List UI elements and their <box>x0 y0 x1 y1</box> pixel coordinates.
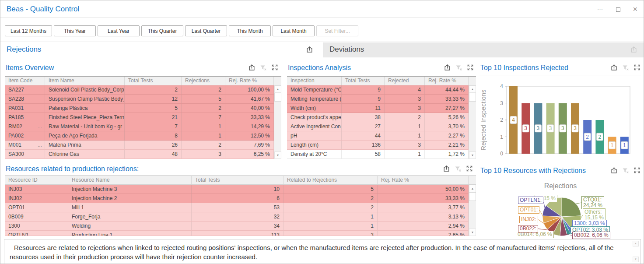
filter-button-last-quarter[interactable]: Last Quarter <box>185 25 227 36</box>
table-row[interactable]: Length (cm)13632,21 % <box>287 141 476 150</box>
clear-filter-icon[interactable] <box>259 64 267 72</box>
tab-rejections[interactable]: Rejections <box>0 42 323 57</box>
table-row[interactable]: 0B009Forge_Forja3213,13 % <box>5 212 476 222</box>
scroll-thumb[interactable] <box>469 192 476 201</box>
cell-rate: 12,50 % <box>225 131 274 140</box>
close-icon[interactable]: × <box>633 5 637 14</box>
cell-name: Density at 20°C <box>287 150 342 158</box>
column-header[interactable]: Item Name <box>45 77 125 85</box>
clear-filter-icon[interactable] <box>622 167 630 175</box>
expand-icon[interactable] <box>634 64 640 72</box>
pie-label-opt01: OPT01: <box>518 206 539 214</box>
cell-rate: 41,67 % <box>225 95 274 103</box>
scroll-down-icon[interactable]: ▼ <box>469 151 476 159</box>
maximize-icon[interactable] <box>616 6 620 13</box>
column-header[interactable]: Related to Rejections <box>284 176 378 184</box>
scrollbar[interactable]: ▲ ▼ <box>633 241 639 262</box>
column-header[interactable]: Rejected <box>385 77 425 85</box>
clear-filter-icon[interactable] <box>455 64 463 72</box>
scroll-up-icon[interactable]: ▲ <box>633 241 639 246</box>
pie-label-0b002: 0B002: 6,06 % <box>572 232 610 239</box>
expand-icon[interactable] <box>467 64 474 72</box>
filter-button-last-year[interactable]: Last Year <box>98 25 140 36</box>
scroll-thumb[interactable] <box>469 93 476 102</box>
scroll-down-icon[interactable]: ▼ <box>469 229 476 236</box>
clear-filter-icon[interactable] <box>622 64 630 72</box>
rejected-inspections-bar-chart: 01234Rejected Inspections4333332211 <box>480 76 641 162</box>
expand-icon[interactable] <box>271 64 278 72</box>
filter-button-last-12-months[interactable]: Last 12 Months <box>5 25 52 36</box>
table-row[interactable]: Check product's appea...3825,26 % <box>287 113 476 122</box>
column-header[interactable]: Rej. Rate % <box>425 77 469 85</box>
column-header[interactable]: Resource ID <box>5 176 68 184</box>
table-row[interactable]: Melting Temperature (°...9333,33 % <box>287 95 476 104</box>
filter-button-this-month[interactable]: This Month <box>229 25 271 36</box>
table-row[interactable]: M001...Materia Prima2627,69 % <box>5 141 281 150</box>
column-header[interactable]: Resource Name <box>68 176 192 184</box>
scroll-up-icon[interactable]: ▲ <box>469 185 476 192</box>
column-header[interactable]: Rej. Rate % <box>225 77 274 85</box>
scroll-thumb[interactable] <box>274 93 281 102</box>
table-row[interactable]: SA228Suspension Clamp Plastic Body_Cue..… <box>5 95 281 104</box>
table-row[interactable]: Active Ingredient Conc...2713,70 % <box>287 122 476 131</box>
filter-button-this-year[interactable]: This Year <box>54 25 96 36</box>
column-header[interactable]: Rejections <box>182 77 225 85</box>
table-row[interactable]: OPTLN1Production Line 111332,65 % <box>5 231 476 236</box>
column-header[interactable]: Rej. Rate % <box>378 176 469 184</box>
scrollbar[interactable]: ▲ ▼ <box>274 85 281 159</box>
svg-text:1: 1 <box>623 142 626 148</box>
table-row[interactable]: PA002Peça de Aço Forjada8112,50 % <box>5 131 281 141</box>
table-row[interactable]: pH4412,27 % <box>287 131 476 141</box>
export-icon[interactable] <box>443 165 450 173</box>
cell-name: Melting Temperature (°... <box>287 95 342 103</box>
cell-related: 3 <box>284 231 378 236</box>
cell-name: Raw Material - Unit bom Kg - gr <box>45 122 125 131</box>
scroll-down-icon[interactable]: ▼ <box>274 151 281 159</box>
table-row[interactable]: Density at 20°C5811,72 % <box>287 150 476 159</box>
top-resources-title: Top 10 Resources with Rejections <box>480 167 586 175</box>
table-row[interactable]: SA227Solenoid Coil Plastic Body_Corpo Pl… <box>5 85 281 95</box>
cell-rejections: 1 <box>182 122 225 131</box>
svg-text:3: 3 <box>574 125 577 131</box>
column-header[interactable]: Inspection <box>287 77 342 85</box>
table-row[interactable]: RM02...Raw Material - Unit bom Kg - gr71… <box>5 122 281 131</box>
cell-tests: 44 <box>342 131 385 140</box>
inspections-analysis-title: Inspections Analysis <box>288 64 351 72</box>
cell-code: PA002 <box>5 131 45 140</box>
table-row[interactable]: SA300Chlorine Gas4836,25 % <box>5 150 281 159</box>
export-icon[interactable] <box>610 167 618 175</box>
table-row[interactable]: INJ02Injection Machine 26233,33 % <box>5 194 476 203</box>
expand-icon[interactable] <box>634 167 640 175</box>
filter-button-last-month[interactable]: Last Month <box>273 25 315 36</box>
column-header[interactable]: Total Tests <box>125 77 182 85</box>
table-row[interactable]: 1300Welding3412,94 % <box>5 222 476 231</box>
export-icon[interactable] <box>444 64 451 72</box>
cell-tests: 12 <box>125 95 182 103</box>
cell-name: pH <box>287 131 342 140</box>
column-header[interactable]: Total Tests <box>342 77 385 85</box>
scroll-up-icon[interactable]: ▲ <box>274 85 281 93</box>
table-row[interactable]: Width (cm)11327,27 % <box>287 104 476 113</box>
scroll-up-icon[interactable]: ▲ <box>469 85 476 93</box>
export-icon[interactable] <box>610 64 618 72</box>
column-header[interactable]: Total Tests <box>192 176 284 184</box>
clear-filter-icon[interactable] <box>454 165 462 173</box>
window-menu-icon[interactable]: … <box>597 4 604 11</box>
expand-icon[interactable] <box>466 165 473 173</box>
table-row[interactable]: PA185Finished Steel Piece_Pieza Terminad… <box>5 113 281 122</box>
table-row[interactable]: Mold Temperature (°C)9444,44 % <box>287 85 476 95</box>
tab-deviations[interactable]: Deviations <box>323 42 644 57</box>
export-icon[interactable] <box>248 64 256 72</box>
column-header[interactable]: Item Code <box>5 77 45 85</box>
scroll-down-icon[interactable]: ▼ <box>633 257 639 262</box>
table-row[interactable]: OPT01Mill 15323,77 % <box>5 203 476 212</box>
export-icon[interactable] <box>306 46 313 55</box>
filter-button-this-quarter[interactable]: This Quarter <box>141 25 183 36</box>
top-inspections-toolbar <box>610 63 640 72</box>
table-row[interactable]: INJ03Injection Machine 310550,00 % <box>5 185 476 194</box>
scrollbar[interactable]: ▲ ▼ <box>469 185 476 236</box>
export-icon[interactable] <box>630 46 637 55</box>
table-row[interactable]: PA031Palanga Plástica5240,00 % <box>5 104 281 113</box>
scrollbar[interactable]: ▲ ▼ <box>469 85 476 159</box>
set-filter-button[interactable]: Set Filter... <box>316 25 358 36</box>
